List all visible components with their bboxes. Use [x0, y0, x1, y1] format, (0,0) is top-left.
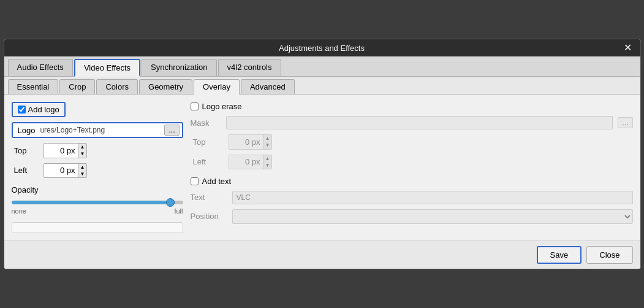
add-text-label: Add text: [202, 177, 232, 186]
right-left-increment-button[interactable]: ▲: [263, 155, 272, 162]
bottom-bar: Save Close: [4, 241, 640, 269]
tab-advanced[interactable]: Advanced: [241, 79, 295, 94]
left-spinbox-buttons: ▲ ▼: [78, 164, 87, 177]
left-panel: Add logo Logo ures/Logo+Text.png ... Top…: [12, 102, 183, 233]
text-field-row: Text: [191, 191, 633, 204]
logo-row: Logo ures/Logo+Text.png ...: [12, 122, 183, 138]
left-label: Left: [14, 166, 39, 175]
logo-path-value: ures/Logo+Text.png: [40, 126, 162, 134]
position-label: Position: [191, 212, 227, 221]
logo-erase-row: Logo erase: [191, 102, 633, 111]
top-decrement-button[interactable]: ▼: [78, 150, 87, 157]
save-button[interactable]: Save: [537, 246, 582, 264]
left-increment-button[interactable]: ▲: [78, 164, 87, 171]
right-left-decrement-button[interactable]: ▼: [263, 162, 272, 169]
slider-labels: none full: [12, 207, 183, 215]
slider-min-label: none: [12, 207, 26, 215]
content-area: Add logo Logo ures/Logo+Text.png ... Top…: [4, 94, 640, 241]
right-left-spinbox-buttons: ▲ ▼: [263, 155, 272, 169]
position-select[interactable]: [232, 209, 633, 224]
position-field-row: Position: [191, 209, 633, 224]
top-field-row: Top ▲ ▼: [14, 143, 183, 158]
right-left-input[interactable]: [229, 156, 263, 167]
main-tabs: Audio Effects Video Effects Synchronizat…: [4, 56, 640, 77]
tab-overlay[interactable]: Overlay: [194, 79, 240, 94]
tab-video-effects[interactable]: Video Effects: [74, 59, 140, 77]
right-top-label: Top: [193, 137, 224, 147]
right-top-spinbox[interactable]: ▲ ▼: [229, 134, 273, 149]
left-field-row: Left ▲ ▼: [14, 163, 183, 178]
tab-geometry[interactable]: Geometry: [139, 79, 192, 94]
mask-label: Mask: [191, 118, 221, 128]
logo-erase-label: Logo erase: [202, 102, 242, 111]
top-spinbox[interactable]: ▲ ▼: [44, 143, 88, 158]
sub-tabs: Essential Crop Colors Geometry Overlay A…: [4, 77, 640, 94]
top-spinbox-buttons: ▲ ▼: [78, 144, 87, 157]
top-label: Top: [14, 146, 39, 155]
mask-browse-button[interactable]: ...: [618, 117, 632, 128]
dialog-title: Adjustments and Effects: [23, 44, 621, 53]
opacity-slider[interactable]: [12, 201, 183, 204]
logo-erase-checkbox[interactable]: [191, 102, 199, 110]
title-bar: Adjustments and Effects ✕: [4, 39, 640, 56]
dialog: Adjustments and Effects ✕ Audio Effects …: [4, 39, 641, 269]
left-spinbox[interactable]: ▲ ▼: [44, 163, 88, 178]
left-input[interactable]: [44, 164, 78, 176]
add-text-checkbox[interactable]: [191, 177, 199, 185]
right-top-spinbox-buttons: ▲ ▼: [263, 135, 272, 148]
slider-max-label: full: [174, 207, 183, 215]
top-increment-button[interactable]: ▲: [78, 144, 87, 150]
right-top-increment-button[interactable]: ▲: [263, 135, 272, 142]
left-decrement-button[interactable]: ▼: [78, 171, 87, 177]
mask-input[interactable]: [226, 116, 613, 129]
close-dialog-button[interactable]: Close: [586, 246, 632, 264]
tab-colors[interactable]: Colors: [96, 79, 138, 94]
window-close-button[interactable]: ✕: [621, 43, 634, 53]
right-left-spinbox[interactable]: ▲ ▼: [229, 155, 273, 169]
text-label: Text: [191, 193, 227, 202]
tab-crop[interactable]: Crop: [59, 79, 95, 94]
opacity-section: Opacity none full: [12, 185, 183, 215]
add-logo-checkbox[interactable]: [18, 106, 26, 114]
tab-audio-effects[interactable]: Audio Effects: [8, 59, 73, 76]
tab-synchronization[interactable]: Synchronization: [142, 59, 217, 76]
right-left-row: Left ▲ ▼: [193, 155, 633, 169]
right-panel: Logo erase Mask ... Top ▲ ▼ Left: [191, 102, 633, 233]
add-logo-label[interactable]: Add logo: [28, 105, 59, 114]
right-top-row: Top ▲ ▼: [193, 134, 633, 149]
add-text-row: Add text: [191, 177, 633, 186]
mask-row: Mask ...: [191, 116, 633, 129]
text-input[interactable]: [232, 191, 633, 204]
opacity-label: Opacity: [12, 185, 183, 194]
tab-essential[interactable]: Essential: [8, 79, 59, 94]
top-input[interactable]: [44, 145, 78, 156]
right-top-input[interactable]: [229, 136, 263, 148]
add-logo-box: Add logo: [12, 102, 66, 117]
right-top-decrement-button[interactable]: ▼: [263, 142, 272, 148]
logo-browse-button[interactable]: ...: [164, 125, 179, 136]
left-bottom-panel: [12, 222, 183, 233]
logo-field-label: Logo: [15, 126, 38, 135]
right-left-label: Left: [193, 157, 224, 166]
tab-v4l2-controls[interactable]: v4l2 controls: [218, 59, 281, 76]
